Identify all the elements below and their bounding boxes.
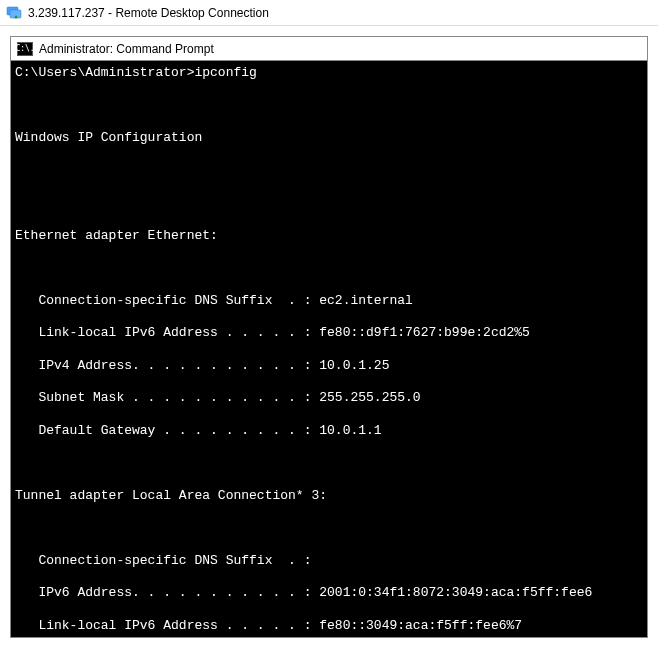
ipconfig-line: Default Gateway . . . . . . . . . : 10.0… [15, 423, 643, 439]
blank-line [15, 260, 643, 276]
ipconfig-line: Connection-specific DNS Suffix . : ec2.i… [15, 293, 643, 309]
svg-point-2 [15, 15, 18, 18]
rdc-title: 3.239.117.237 - Remote Desktop Connectio… [28, 6, 269, 20]
content-area: C:\. Administrator: Command Prompt C:\Us… [0, 26, 658, 638]
rdc-titlebar: 3.239.117.237 - Remote Desktop Connectio… [0, 0, 658, 26]
prompt-line: C:\Users\Administrator>ipconfig [15, 65, 643, 81]
adapter-name: Ethernet adapter Ethernet: [15, 228, 643, 244]
terminal[interactable]: C:\Users\Administrator>ipconfig Windows … [10, 60, 648, 638]
blank-line [15, 455, 643, 471]
blank-line [15, 98, 643, 114]
adapter-name: Tunnel adapter Local Area Connection* 3: [15, 488, 643, 504]
blank-line [15, 195, 643, 211]
ipconfig-header: Windows IP Configuration [15, 130, 643, 146]
ipconfig-line: IPv4 Address. . . . . . . . . . . : 10.0… [15, 358, 643, 374]
ipconfig-line: Subnet Mask . . . . . . . . . . . : 255.… [15, 390, 643, 406]
ipconfig-line: IPv6 Address. . . . . . . . . . . : 2001… [15, 585, 643, 601]
blank-line [15, 163, 643, 179]
command: ipconfig [194, 65, 256, 80]
cmd-title: Administrator: Command Prompt [39, 42, 214, 56]
ipconfig-line: Connection-specific DNS Suffix . : [15, 553, 643, 569]
ipconfig-line: Link-local IPv6 Address . . . . . : fe80… [15, 325, 643, 341]
rdc-icon [6, 5, 22, 21]
blank-line [15, 520, 643, 536]
cmd-titlebar: C:\. Administrator: Command Prompt [10, 36, 648, 60]
cmd-icon: C:\. [17, 42, 33, 56]
ipconfig-line: Link-local IPv6 Address . . . . . : fe80… [15, 618, 643, 634]
prompt: C:\Users\Administrator> [15, 65, 194, 80]
